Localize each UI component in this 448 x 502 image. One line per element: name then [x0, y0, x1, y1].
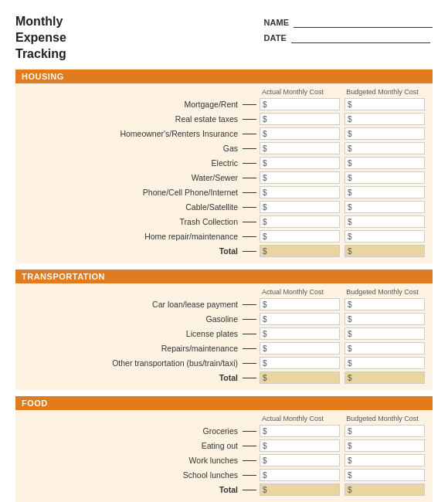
row-label: Trash Collection	[23, 217, 243, 226]
actual-input[interactable]	[260, 98, 340, 110]
row-home-repair: Home repair/maintenance	[23, 230, 425, 243]
actual-input[interactable]	[260, 127, 340, 140]
row-other-transport: Other transportation (bus/train/taxi)	[23, 357, 425, 369]
row-label: Car loan/lease payment	[23, 300, 243, 309]
budgeted-input[interactable]	[344, 127, 425, 140]
section-header-transportation: TRANSPORTATION	[15, 270, 433, 283]
total-actual[interactable]	[260, 371, 340, 384]
actual-input[interactable]	[260, 439, 340, 452]
section-body-transportation: Actual Monthly Cost Budgeted Monthly Cos…	[15, 283, 433, 390]
row-label: Gas	[23, 144, 243, 153]
row-electric: Electric	[23, 157, 425, 169]
row-repairs: Repairs/maintenance	[23, 342, 425, 354]
row-label: Water/Sewer	[23, 173, 243, 182]
row-label: Home repair/maintenance	[23, 232, 243, 241]
row-water: Water/Sewer	[23, 171, 425, 184]
row-mortgage: Mortgage/Rent	[23, 98, 425, 110]
page-header: Monthly Expense Tracking NAME DATE	[15, 14, 433, 62]
section-body-food: Actual Monthly Cost Budgeted Monthly Cos…	[15, 410, 433, 502]
budgeted-input[interactable]	[344, 215, 425, 228]
row-label: Other transportation (bus/train/taxi)	[23, 358, 243, 368]
budgeted-input[interactable]	[344, 113, 425, 125]
row-eating-out: Eating out	[23, 439, 425, 452]
budgeted-input[interactable]	[344, 98, 425, 110]
total-row-transportation: Total	[23, 371, 425, 384]
section-header-food: FOOD	[15, 396, 433, 410]
section-housing: HOUSING Actual Monthly Cost Budgeted Mon…	[15, 70, 433, 263]
actual-input[interactable]	[260, 425, 340, 437]
budgeted-input[interactable]	[344, 201, 425, 213]
total-label: Total	[23, 373, 243, 382]
total-budgeted[interactable]	[344, 245, 425, 257]
actual-input[interactable]	[260, 313, 340, 325]
row-label: License plates	[23, 329, 243, 338]
actual-input[interactable]	[260, 201, 340, 213]
row-work-lunches: Work lunches	[23, 454, 425, 466]
total-row-housing: Total	[23, 245, 425, 257]
budgeted-input[interactable]	[344, 313, 425, 325]
actual-input[interactable]	[260, 230, 340, 243]
budgeted-input[interactable]	[344, 230, 425, 243]
total-label: Total	[23, 485, 243, 494]
col-header-actual: Actual Monthly Cost	[250, 88, 335, 96]
name-field: NAME	[264, 17, 433, 28]
actual-input[interactable]	[260, 454, 340, 466]
actual-input[interactable]	[260, 469, 340, 481]
row-label: Eating out	[23, 441, 243, 450]
actual-input[interactable]	[260, 171, 340, 184]
row-license: License plates	[23, 327, 425, 340]
budgeted-input[interactable]	[344, 171, 425, 184]
row-label: Real estate taxes	[23, 114, 243, 124]
date-line[interactable]	[291, 32, 430, 43]
row-phone: Phone/Cell Phone/Internet	[23, 186, 425, 198]
col-header-actual: Actual Monthly Cost	[250, 415, 335, 422]
page: Monthly Expense Tracking NAME DATE HOUSI…	[0, 0, 448, 502]
budgeted-input[interactable]	[344, 298, 425, 310]
actual-input[interactable]	[260, 327, 340, 340]
budgeted-input[interactable]	[344, 439, 425, 452]
header-fields: NAME DATE	[264, 17, 433, 43]
col-headers-housing: Actual Monthly Cost Budgeted Monthly Cos…	[23, 88, 425, 96]
total-row-food: Total	[23, 483, 425, 496]
row-label: Cable/Satellite	[23, 202, 243, 212]
row-trash: Trash Collection	[23, 215, 425, 228]
actual-input[interactable]	[260, 142, 340, 154]
section-header-housing: HOUSING	[15, 70, 433, 83]
section-transportation: TRANSPORTATION Actual Monthly Cost Budge…	[15, 270, 433, 390]
row-school-lunches: School lunches	[23, 469, 425, 481]
actual-input[interactable]	[260, 186, 340, 198]
row-label: Mortgage/Rent	[23, 100, 243, 109]
row-label: Phone/Cell Phone/Internet	[23, 188, 243, 197]
total-actual[interactable]	[260, 245, 340, 257]
actual-input[interactable]	[260, 357, 340, 369]
actual-input[interactable]	[260, 342, 340, 354]
budgeted-input[interactable]	[344, 327, 425, 340]
row-label: Gasoline	[23, 314, 243, 324]
page-title: Monthly Expense Tracking	[15, 14, 66, 62]
row-real-estate: Real estate taxes	[23, 113, 425, 125]
budgeted-input[interactable]	[344, 342, 425, 354]
row-label: Homeowner's/Renters Insurance	[23, 129, 243, 138]
budgeted-input[interactable]	[344, 357, 425, 369]
section-food: FOOD Actual Monthly Cost Budgeted Monthl…	[15, 396, 433, 502]
budgeted-input[interactable]	[344, 157, 425, 169]
actual-input[interactable]	[260, 113, 340, 125]
actual-input[interactable]	[260, 215, 340, 228]
total-budgeted[interactable]	[344, 371, 425, 384]
row-label: Work lunches	[23, 456, 243, 465]
row-label: Electric	[23, 158, 243, 168]
total-budgeted[interactable]	[344, 483, 425, 496]
budgeted-input[interactable]	[344, 142, 425, 154]
actual-input[interactable]	[260, 157, 340, 169]
budgeted-input[interactable]	[344, 425, 425, 437]
date-field: DATE	[264, 32, 433, 43]
budgeted-input[interactable]	[344, 454, 425, 466]
budgeted-input[interactable]	[344, 186, 425, 198]
row-gasoline: Gasoline	[23, 313, 425, 325]
actual-input[interactable]	[260, 298, 340, 310]
name-line[interactable]	[294, 17, 433, 28]
budgeted-input[interactable]	[344, 469, 425, 481]
row-label: Repairs/maintenance	[23, 344, 243, 353]
col-header-budgeted: Budgeted Monthly Cost	[340, 88, 425, 96]
total-actual[interactable]	[260, 483, 340, 496]
